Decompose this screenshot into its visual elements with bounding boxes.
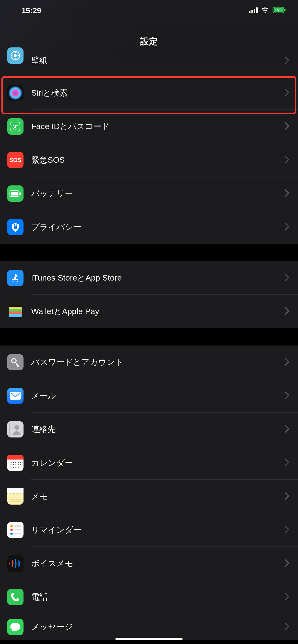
calendar-icon [7,455,24,471]
svg-rect-46 [7,488,24,492]
svg-rect-3 [256,8,258,13]
svg-point-11 [17,125,18,126]
settings-row-wallet[interactable]: WalletとApple Pay [0,295,298,328]
svg-point-35 [11,464,12,465]
page-title: 設定 [140,36,158,48]
row-label: 壁紙 [31,55,284,66]
settings-row-calendar[interactable]: カレンダー [0,446,298,480]
chevron-right-icon [284,358,289,367]
svg-point-32 [15,462,16,463]
row-label: 緊急SOS [31,154,284,166]
chevron-right-icon [284,525,289,535]
svg-rect-6 [284,9,285,11]
privacy-icon [7,219,24,235]
svg-rect-21 [9,314,22,317]
battery-charging-icon [272,7,286,14]
settings-row-notes[interactable]: メモ [0,480,298,513]
row-label: 連絡先 [31,424,284,435]
row-label: メール [31,390,284,401]
svg-point-53 [10,529,13,531]
chevron-right-icon [284,88,289,98]
settings-row-siri[interactable]: Siriと検索 [0,76,298,110]
settings-section: 壁紙Siriと検索Face IDとパスコードSOS緊急SOSバッテリープライバシ… [0,62,298,244]
svg-point-30 [11,462,12,463]
svg-point-43 [18,467,19,468]
svg-rect-57 [14,533,21,534]
svg-rect-2 [254,8,255,13]
row-label: バッテリー [31,188,284,199]
reminders-icon [7,522,24,538]
chevron-right-icon [284,307,289,316]
svg-point-37 [15,464,16,465]
chevron-right-icon [284,273,289,283]
svg-rect-14 [11,192,18,196]
chevron-right-icon [284,559,289,568]
row-label: 電話 [31,592,284,602]
chevron-right-icon [284,122,289,131]
settings-row-sos[interactable]: SOS緊急SOS [0,143,298,177]
chevron-right-icon [284,56,289,66]
chevron-right-icon [284,592,289,602]
svg-point-54 [10,532,13,535]
svg-point-52 [10,525,13,527]
voicememos-icon [7,555,24,572]
siri-icon [7,85,24,101]
passwords-icon [7,354,24,370]
settings-row-privacy[interactable]: プライバシー [0,210,298,244]
svg-point-41 [13,467,14,468]
row-label: カレンダー [31,457,284,468]
faceid-icon [7,118,24,135]
appstore-icon [7,270,24,286]
chevron-right-icon [284,189,289,198]
settings-row-mail[interactable]: メール [0,379,298,412]
chevron-right-icon [284,155,289,165]
row-label: メッセージ [31,622,284,632]
settings-row-appstore[interactable]: iTunes StoreとApp Store [0,261,298,295]
svg-rect-55 [14,526,21,526]
svg-rect-25 [9,422,10,436]
row-label: プライバシー [31,222,284,233]
svg-point-9 [9,86,22,100]
row-label: ボイスメモ [31,558,284,569]
row-label: メモ [31,491,284,502]
notes-icon [7,488,24,504]
mail-icon [7,388,24,404]
svg-point-40 [11,467,12,468]
row-label: パスワードとアカウント [31,357,284,368]
status-bar: 15:29 [0,0,298,21]
chevron-right-icon [284,391,289,400]
settings-row-contacts[interactable]: 連絡先 [0,412,298,446]
settings-section: iTunes StoreとApp StoreWalletとApple Pay [0,261,298,328]
svg-point-10 [13,125,14,126]
svg-rect-56 [14,529,21,530]
svg-rect-29 [7,458,24,460]
settings-row-battery[interactable]: バッテリー [0,177,298,210]
row-label: リマインダー [31,524,284,536]
cellular-icon [249,7,258,14]
settings-row-phone[interactable]: 電話 [0,580,298,614]
settings-row-messages[interactable]: メッセージ [0,614,298,640]
settings-row-voicememos[interactable]: ボイスメモ [0,547,298,580]
wallpaper-icon [7,48,24,64]
settings-row-passwords[interactable]: パスワードとアカウント [0,346,298,379]
svg-point-31 [13,462,14,463]
svg-rect-15 [20,192,21,195]
svg-rect-0 [249,11,250,13]
svg-rect-1 [251,10,253,13]
home-indicator[interactable] [115,638,183,640]
row-label: Face IDとパスコード [31,121,284,132]
settings-row-wallpaper[interactable]: 壁紙 [0,62,298,76]
row-label: WalletとApple Pay [31,306,284,317]
chevron-right-icon [284,424,289,434]
settings-row-faceid[interactable]: Face IDとパスコード [0,110,298,143]
sos-icon: SOS [7,152,24,168]
svg-rect-23 [10,392,21,400]
section-gap [0,328,298,346]
chevron-right-icon [284,222,289,232]
chevron-right-icon [284,492,289,501]
settings-row-reminders[interactable]: リマインダー [0,513,298,547]
wifi-icon [261,7,269,14]
svg-point-36 [13,464,14,465]
svg-point-34 [20,462,21,463]
phone-icon [7,589,24,605]
